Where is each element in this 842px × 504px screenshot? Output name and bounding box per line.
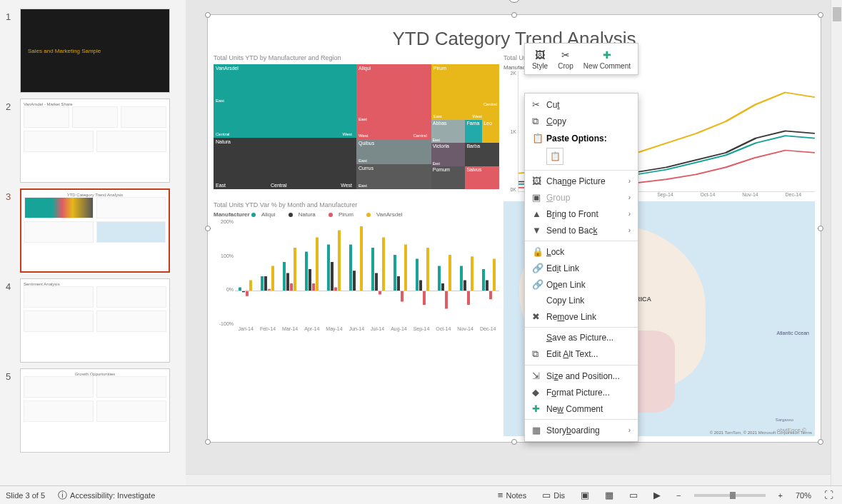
menu-new-comment[interactable]: ✚New Comment	[525, 400, 638, 417]
format-icon: ◆	[532, 387, 546, 398]
size-icon: ⇲	[532, 371, 546, 381]
slide-sorter-button[interactable]: ▦	[602, 488, 616, 502]
zoom-level[interactable]: 70%	[796, 491, 811, 500]
menu-send-to-back[interactable]: ▼Send to Back›	[525, 222, 638, 238]
new-comment-button[interactable]: ✚New Comment	[579, 46, 635, 71]
menu-copy[interactable]: ⧉Copy	[525, 113, 638, 130]
style-button[interactable]: 🖼Style	[528, 46, 552, 71]
menu-copy-link[interactable]: Copy Link	[525, 293, 638, 308]
fit-to-window-button[interactable]: ⛶	[821, 488, 836, 502]
open-link-icon: 🔗	[532, 279, 546, 290]
context-menu: ✂Cut ⧉Copy 📋Paste Options: 📋 🖼Change Pic…	[524, 93, 638, 442]
paste-icon: 📋	[532, 133, 546, 143]
slide[interactable]: ⟳ YTD Category Trend Analysis Total Unit…	[207, 14, 821, 443]
menu-bring-to-front[interactable]: ▲Bring to Front›	[525, 206, 638, 222]
accessibility-button[interactable]: ⓘAccessibility: Investigate	[55, 488, 158, 503]
crop-icon: ✂	[558, 48, 573, 62]
rotate-handle-icon[interactable]: ⟳	[508, 0, 521, 3]
slide-title: YTD Category Trend Analysis	[208, 15, 821, 54]
bring-front-icon: ▲	[532, 208, 546, 219]
reading-view-button[interactable]: ▭	[626, 488, 641, 502]
slide-thumbnail-2[interactable]: VanArsdel - Market Share	[20, 99, 170, 183]
group-icon: ▣	[532, 192, 546, 203]
menu-edit-alt-text[interactable]: ⧉Edit Alt Text...	[525, 346, 638, 363]
vertical-scrollbar[interactable]	[831, 0, 842, 485]
chevron-right-icon: ›	[628, 177, 631, 185]
zoom-slider[interactable]	[694, 494, 766, 497]
picture-style-icon: 🖼	[533, 48, 547, 62]
menu-edit-link[interactable]: 🔗Edit Link	[525, 260, 638, 276]
thumb-title: Sales and Marketing Sample	[28, 48, 101, 54]
storyboard-icon: ▦	[532, 425, 546, 435]
chevron-right-icon: ›	[628, 426, 631, 434]
change-picture-icon: 🖼	[532, 176, 546, 186]
slideshow-icon: ▶	[653, 490, 661, 500]
chevron-right-icon: ›	[628, 193, 631, 201]
menu-change-picture[interactable]: 🖼Change Picture›	[525, 173, 638, 189]
send-back-icon: ▼	[532, 225, 546, 236]
alt-text-icon: ⧉	[532, 348, 546, 360]
menu-group: ▣Group›	[525, 189, 638, 206]
reading-icon: ▭	[629, 490, 638, 500]
slide-thumbnail-5[interactable]: Growth Opportunities	[20, 368, 170, 453]
menu-lock[interactable]: 🔒Lock	[525, 243, 638, 260]
fit-icon: ⛶	[824, 490, 833, 500]
treemap-chart: Total Units YTD by Manufacturer and Regi…	[214, 54, 499, 197]
menu-size-position[interactable]: ⇲Size and Position...	[525, 368, 638, 384]
slide-thumbnail-3[interactable]: YTD Category Trend Analysis	[20, 188, 170, 273]
horizontal-scrollbar[interactable]	[186, 474, 831, 485]
zoom-out-button[interactable]: −	[673, 490, 683, 501]
slide-thumbnail-panel[interactable]: 1 Sales and Marketing Sample 2 VanArsdel…	[0, 0, 186, 485]
comment-icon: ✚	[532, 403, 546, 414]
copy-icon: ⧉	[532, 116, 546, 127]
menu-format-picture[interactable]: ◆Format Picture...	[525, 384, 638, 400]
slide-canvas[interactable]: ⟳ YTD Category Trend Analysis Total Unit…	[186, 0, 842, 485]
comment-icon: ✚	[600, 48, 614, 62]
thumb-number: 2	[6, 99, 20, 112]
lock-icon: 🔒	[532, 246, 546, 257]
menu-remove-link[interactable]: ✖Remove Link	[525, 308, 638, 325]
thumb-number: 3	[6, 188, 20, 202]
normal-view-button[interactable]: ▣	[578, 488, 592, 502]
slide-thumbnail-1[interactable]: Sales and Marketing Sample	[20, 9, 170, 93]
bar-chart: Total Units YTD Var % by Month and Manuf…	[214, 201, 499, 436]
menu-storyboarding[interactable]: ▦Storyboarding›	[525, 422, 638, 438]
slide-counter[interactable]: Slide 3 of 5	[6, 491, 45, 500]
link-icon: 🔗	[532, 263, 546, 273]
cut-icon: ✂	[532, 99, 546, 110]
accessibility-icon: ⓘ	[58, 489, 67, 502]
display-settings-button[interactable]: ▭Dis	[539, 488, 568, 502]
chart-title: Total Units YTD by Manufacturer and Regi…	[214, 54, 499, 61]
mini-toolbar: 🖼Style ✂Crop ✚New Comment	[524, 43, 638, 75]
chevron-right-icon: ›	[628, 226, 631, 234]
display-icon: ▭	[542, 490, 551, 500]
brand-label: obviEnce ©	[777, 427, 806, 433]
thumb-number: 5	[6, 368, 20, 382]
menu-open-link[interactable]: 🔗Open Link	[525, 276, 638, 293]
slideshow-button[interactable]: ▶	[651, 488, 663, 502]
notes-icon: ≡	[498, 490, 503, 500]
paste-options-header: 📋Paste Options:	[525, 130, 638, 146]
normal-view-icon: ▣	[581, 490, 589, 500]
menu-cut[interactable]: ✂Cut	[525, 96, 638, 113]
menu-save-as-picture[interactable]: Save as Picture...	[525, 330, 638, 346]
slide-thumbnail-4[interactable]: Sentiment Analysis	[20, 278, 170, 363]
notes-button[interactable]: ≡Notes	[495, 488, 529, 502]
paste-option-keep-formatting[interactable]: 📋	[546, 148, 563, 165]
thumb-number: 1	[6, 9, 20, 22]
thumb-number: 4	[6, 278, 20, 292]
sorter-icon: ▦	[605, 490, 613, 500]
zoom-in-button[interactable]: +	[776, 490, 786, 501]
crop-button[interactable]: ✂Crop	[553, 46, 578, 71]
status-bar: Slide 3 of 5 ⓘAccessibility: Investigate…	[0, 485, 842, 504]
remove-link-icon: ✖	[532, 311, 546, 322]
chevron-right-icon: ›	[628, 210, 631, 218]
